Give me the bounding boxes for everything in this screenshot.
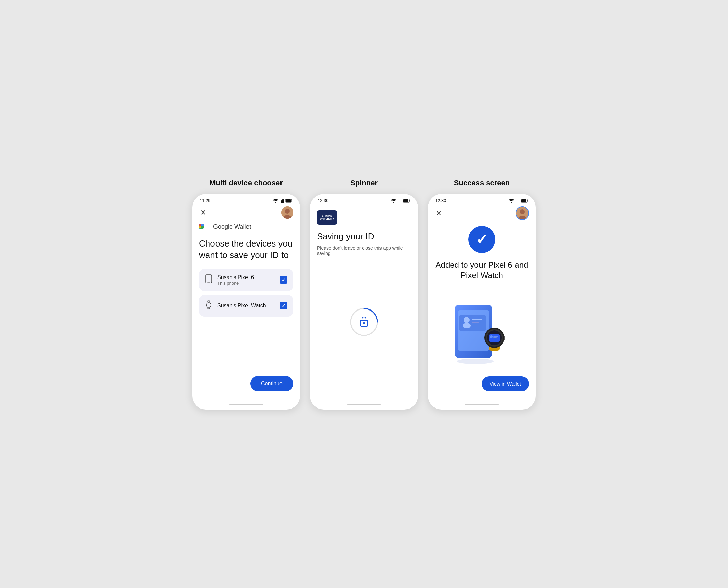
status-bar-2: 12:30 — [310, 194, 418, 205]
phone-icon — [205, 274, 212, 285]
svg-rect-63 — [493, 337, 497, 338]
svg-rect-26 — [399, 201, 399, 203]
device-item-pixel6[interactable]: Susan's Pixel 6 This phone — [199, 269, 293, 291]
screen-1-content: Google Wallet Choose the devices you wan… — [192, 221, 300, 401]
signal-icon-2 — [398, 199, 402, 203]
signal-icon — [280, 199, 284, 203]
lock-icon — [359, 316, 369, 327]
svg-rect-43 — [521, 200, 526, 202]
svg-rect-27 — [400, 200, 400, 203]
svg-rect-7 — [285, 200, 291, 202]
institution-logo-text: AUBURN UNIVERSITY — [317, 215, 337, 220]
status-bar-3: 12:30 — [428, 194, 536, 205]
svg-point-52 — [464, 317, 470, 323]
illustration-area — [435, 287, 529, 376]
checkbox-pixel6[interactable] — [280, 276, 287, 284]
avatar-svg-3 — [516, 207, 528, 219]
wallet-logo-icon — [199, 221, 210, 232]
wallet-logo-text: Google Wallet — [213, 223, 251, 230]
device-info-pixelwatch: Susan's Pixel Watch — [217, 303, 275, 309]
time-3: 12:30 — [435, 198, 447, 203]
phone-frame-2: 12:30 — [310, 194, 418, 410]
checkbox-pixelwatch[interactable] — [280, 302, 287, 310]
svg-rect-15 — [199, 226, 201, 228]
svg-rect-16 — [202, 226, 204, 228]
svg-point-0 — [275, 202, 276, 203]
checkmark: ✓ — [476, 233, 488, 246]
svg-rect-31 — [403, 200, 408, 202]
svg-rect-62 — [493, 336, 498, 337]
svg-rect-30 — [410, 200, 410, 202]
svg-rect-40 — [518, 199, 519, 203]
svg-rect-35 — [364, 323, 364, 324]
svg-rect-39 — [517, 200, 518, 203]
signal-icon-3 — [516, 199, 519, 203]
device-list: Susan's Pixel 6 This phone — [199, 269, 293, 317]
phone-frame-3: 12:30 — [428, 194, 536, 410]
svg-point-21 — [207, 303, 211, 308]
view-wallet-btn-area: View in Wallet — [435, 376, 529, 395]
wifi-icon-3 — [509, 199, 514, 203]
time-2: 12:30 — [318, 198, 329, 203]
device-info-pixel6: Susan's Pixel 6 This phone — [217, 274, 275, 286]
wallet-header: Google Wallet — [199, 221, 293, 232]
svg-rect-18 — [202, 224, 204, 226]
home-indicator-1 — [192, 401, 300, 410]
home-indicator-2 — [310, 401, 418, 410]
choose-title: Choose the devices you want to save your… — [199, 238, 293, 261]
screen-1-wrapper: Multi device chooser 11:29 — [192, 178, 300, 410]
wifi-icon — [273, 199, 278, 203]
spinner-container — [349, 307, 379, 337]
svg-point-45 — [520, 209, 524, 214]
view-wallet-button[interactable]: View in Wallet — [481, 376, 529, 391]
svg-rect-37 — [516, 202, 516, 203]
svg-point-24 — [393, 202, 394, 203]
svg-point-9 — [285, 209, 290, 213]
close-button-3[interactable]: ✕ — [435, 208, 443, 218]
screen-2-wrapper: Spinner 12:30 — [310, 178, 418, 410]
screen-3-wrapper: Success screen 12:30 — [428, 178, 536, 410]
battery-icon-2 — [403, 199, 410, 203]
svg-rect-42 — [528, 200, 528, 202]
wifi-icon-2 — [391, 199, 396, 203]
success-illustration — [445, 298, 519, 365]
screen-2-content: AUBURN UNIVERSITY Saving your ID Please … — [310, 205, 418, 401]
home-bar-1 — [229, 404, 263, 405]
screens-container: Multi device chooser 11:29 — [179, 178, 549, 410]
svg-rect-3 — [282, 200, 282, 203]
svg-rect-20 — [208, 282, 210, 282]
svg-rect-4 — [283, 199, 283, 203]
svg-rect-38 — [516, 201, 517, 203]
device-item-pixelwatch[interactable]: Susan's Pixel Watch — [199, 295, 293, 317]
home-bar-2 — [347, 404, 381, 405]
status-icons-1 — [273, 199, 293, 203]
svg-rect-2 — [281, 201, 281, 203]
continue-button[interactable]: Continue — [250, 376, 293, 391]
status-icons-3 — [509, 199, 528, 203]
time-1: 11:29 — [200, 198, 211, 203]
home-indicator-3 — [428, 401, 536, 410]
saving-subtitle: Please don't leave or close this app whi… — [317, 245, 411, 256]
device-name-pixel6: Susan's Pixel 6 — [217, 274, 275, 280]
svg-rect-51 — [459, 315, 486, 331]
spinner-area — [317, 269, 411, 395]
home-bar-3 — [465, 404, 499, 405]
close-button-1[interactable]: ✕ — [199, 207, 208, 218]
svg-point-47 — [456, 359, 494, 364]
svg-point-61 — [490, 335, 493, 338]
svg-rect-22 — [208, 301, 210, 302]
continue-btn-area: Continue — [199, 376, 293, 395]
avatar-svg-1 — [281, 206, 293, 218]
status-bar-1: 11:29 — [192, 194, 300, 205]
device-name-pixelwatch: Susan's Pixel Watch — [217, 303, 275, 309]
nav-bar-3: ✕ — [428, 205, 536, 223]
svg-point-36 — [511, 202, 512, 203]
screen-3-label: Success screen — [454, 178, 510, 187]
screen-1-label: Multi device chooser — [210, 178, 283, 187]
avatar-3-bordered — [516, 206, 529, 220]
svg-rect-28 — [401, 199, 401, 203]
screen-2-label: Spinner — [350, 178, 378, 187]
nav-bar-1: ✕ — [192, 205, 300, 221]
success-title: Added to your Pixel 6 and Pixel Watch — [435, 260, 529, 280]
saving-title: Saving your ID — [317, 231, 411, 242]
